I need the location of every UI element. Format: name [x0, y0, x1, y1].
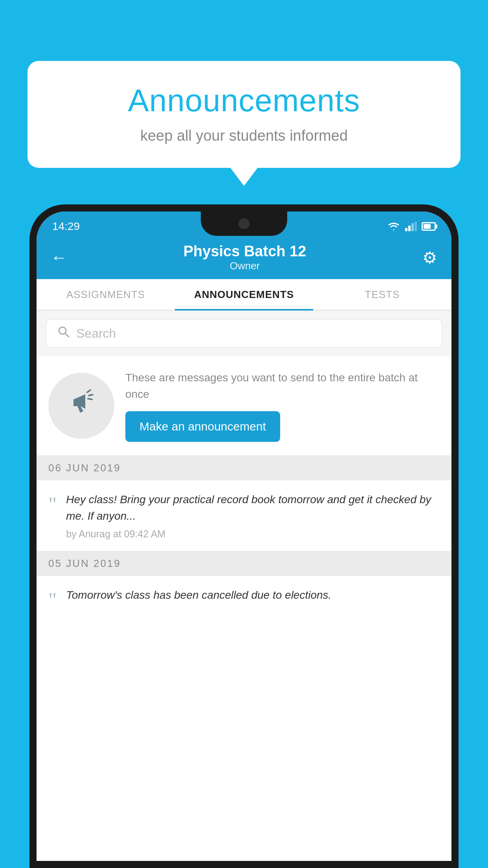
tabs-bar: ASSIGNMENTS ANNOUNCEMENTS TESTS [37, 279, 451, 311]
bubble-title: Announcements [51, 83, 437, 119]
battery-icon [422, 222, 436, 231]
batch-name-label: Physics Batch 12 [183, 243, 306, 260]
phone-notch [201, 211, 287, 236]
status-time: 14:29 [52, 220, 80, 233]
role-label: Owner [183, 260, 306, 272]
bubble-subtitle: keep all your students informed [51, 127, 437, 144]
date-separator-2: 05 JUN 2019 [37, 551, 451, 576]
announcement-text-2: Tomorrow's class has been cancelled due … [66, 587, 440, 603]
search-bar-container: Search [37, 311, 451, 356]
phone-outer: 14:29 [29, 204, 459, 868]
speech-bubble-card: Announcements keep all your students inf… [28, 61, 460, 168]
phone-camera [238, 218, 250, 229]
search-icon [57, 325, 70, 342]
tab-announcements[interactable]: ANNOUNCEMENTS [175, 279, 313, 310]
quote-icon-1: " [48, 495, 57, 515]
app-header: ← Physics Batch 12 Owner ⚙ [37, 236, 451, 279]
phone-screen: 14:29 [37, 211, 451, 861]
prompt-description: These are messages you want to send to t… [125, 370, 440, 403]
header-title-group: Physics Batch 12 Owner [183, 243, 306, 272]
svg-line-7 [89, 395, 93, 395]
tab-tests[interactable]: TESTS [313, 279, 451, 310]
megaphone-icon-circle [48, 373, 114, 439]
date-separator-1: 06 JUN 2019 [37, 456, 451, 480]
megaphone-icon [64, 384, 99, 427]
announcement-content-1: Hey class! Bring your practical record b… [66, 491, 440, 540]
svg-line-8 [88, 399, 92, 399]
announcement-item-2[interactable]: " Tomorrow's class has been cancelled du… [37, 576, 451, 622]
prompt-right: These are messages you want to send to t… [125, 370, 440, 442]
make-announcement-button[interactable]: Make an announcement [125, 411, 280, 442]
search-placeholder: Search [76, 326, 116, 341]
phone-mockup: 14:29 [29, 204, 459, 868]
svg-rect-2 [411, 223, 414, 231]
back-button[interactable]: ← [51, 248, 67, 267]
announcement-content-2: Tomorrow's class has been cancelled due … [66, 587, 440, 607]
svg-rect-3 [415, 222, 417, 231]
signal-icon [405, 222, 417, 231]
announcement-meta-1: by Anurag at 09:42 AM [66, 528, 440, 540]
settings-icon[interactable]: ⚙ [422, 248, 437, 267]
announcement-item-1[interactable]: " Hey class! Bring your practical record… [37, 480, 451, 551]
search-bar[interactable]: Search [46, 319, 442, 348]
status-icons [387, 221, 436, 232]
announcement-prompt: These are messages you want to send to t… [37, 356, 451, 456]
svg-rect-1 [408, 226, 411, 231]
svg-rect-0 [405, 228, 407, 231]
speech-bubble-section: Announcements keep all your students inf… [28, 61, 460, 168]
svg-line-5 [65, 333, 69, 337]
tab-assignments[interactable]: ASSIGNMENTS [37, 279, 175, 310]
quote-icon-2: " [48, 590, 57, 611]
wifi-icon [387, 221, 400, 232]
announcement-text-1: Hey class! Bring your practical record b… [66, 491, 440, 524]
svg-line-6 [87, 390, 90, 392]
